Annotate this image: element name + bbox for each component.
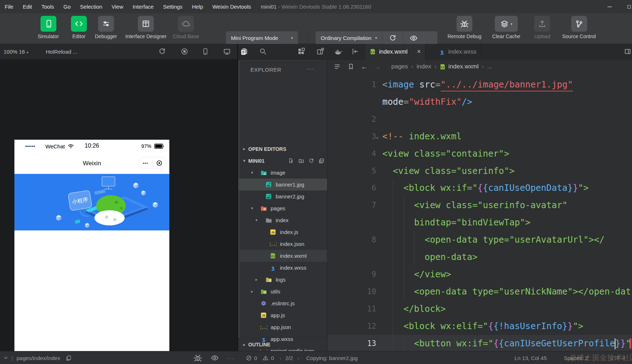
menu-selection[interactable]: Selection — [75, 4, 107, 10]
close-tab-icon[interactable]: × — [417, 48, 421, 55]
breadcrumb-item[interactable]: pages — [391, 63, 408, 70]
secondary-bar: 100% 16 ▾ HotReload ... index.wxml×ʒinde… — [0, 44, 632, 59]
copy-path-button[interactable] — [66, 351, 74, 364]
code-area[interactable]: 1<image src="../../image/banner1.jpg"mod… — [328, 74, 632, 351]
remote-debug-icon — [193, 353, 202, 363]
status-preview-button[interactable] — [210, 351, 221, 364]
code-line-wrap: bindtap="bindViewTap"> — [328, 214, 632, 231]
outline-section[interactable]: ▸ OUTLINE — [238, 338, 327, 351]
status-more-button[interactable]: ··· — [227, 351, 235, 364]
battery-percent: 97% — [141, 143, 151, 149]
menu-view[interactable]: View — [107, 4, 128, 10]
editor-button[interactable]: Editor — [71, 16, 87, 39]
minimize-button[interactable] — [602, 0, 617, 13]
tree-file-app.js[interactable]: JSapp.js — [238, 309, 327, 321]
menu-tools[interactable]: Tools — [37, 4, 59, 10]
code-line-3: 3⌄<!-- index.wxml — [328, 128, 632, 145]
compile-button[interactable] — [382, 31, 403, 45]
new-file-icon[interactable] — [288, 158, 294, 164]
status-remote-debug-button[interactable] — [193, 351, 205, 364]
tree-folder-pages[interactable]: ▾pages — [238, 202, 327, 214]
code-line-wrap: mode="widthFix"/> — [328, 93, 632, 111]
menu-go[interactable]: Go — [59, 4, 75, 10]
breadcrumb-more[interactable]: ... — [487, 63, 492, 70]
new-folder-icon[interactable] — [298, 158, 304, 164]
more-button[interactable]: ••• — [139, 161, 152, 165]
chevron-right-icon: ▸ — [255, 277, 258, 282]
tree-file-index.wxss[interactable]: ʒindex.wxss — [238, 262, 327, 274]
phone-icon[interactable] — [202, 48, 209, 55]
line-number: 10 — [351, 283, 376, 300]
current-page-path[interactable]: pages/index/index — [17, 351, 60, 364]
tree-folder-logs[interactable]: ▸logs — [238, 274, 327, 286]
tree-file-app.json[interactable]: {..}app.json — [238, 321, 327, 333]
tree-file-banner2.jpg[interactable]: banner2.jpg — [238, 190, 327, 202]
close-minimize-button[interactable] — [153, 160, 166, 166]
interface-designer-button[interactable]: Interface Designer — [125, 16, 166, 39]
tree-file-index.json[interactable]: {..}index.json — [238, 238, 327, 250]
explorer-more-icon[interactable]: ··· — [307, 66, 315, 72]
menu-edit[interactable]: Edit — [18, 4, 37, 10]
hotreload-select[interactable]: HotReload ... — [46, 44, 77, 59]
menu-help[interactable]: Help — [187, 4, 208, 10]
code-line-13: 13 <button wx:if="{{canIUseGetUserProfil… — [328, 335, 632, 351]
main-toolbar: SimulatorEditorDebuggerInterface Designe… — [0, 13, 632, 44]
window-title-rest: - Weixin Devtools Stable 1.06.2301160 — [278, 4, 371, 10]
menu-weixin-devtools[interactable]: Weixin Devtools — [208, 4, 255, 10]
cursor-position[interactable]: Ln 13, Col 45 — [515, 351, 547, 364]
rotate-icon[interactable] — [158, 48, 166, 55]
tab-index.wxml[interactable]: index.wxml× — [365, 44, 426, 59]
simulator-button[interactable]: Simulator — [37, 16, 59, 39]
fold-chevron-icon[interactable]: ⌄ — [375, 128, 379, 145]
pager-prev-button[interactable]: ‹ — [280, 351, 281, 364]
collapse-all-icon[interactable] — [319, 158, 324, 164]
collapse-sidebar-icon[interactable] — [351, 48, 359, 55]
menu-file[interactable]: File — [0, 4, 18, 10]
open-editors-section[interactable]: ▸ OPEN EDITORS — [238, 143, 327, 155]
source-control-button[interactable]: Source Control — [562, 16, 596, 39]
menu-interface[interactable]: Interface — [128, 4, 158, 10]
docker-icon[interactable] — [334, 48, 342, 55]
tree-file-index.wxml[interactable]: index.wxml — [238, 250, 327, 262]
files-icon[interactable] — [240, 48, 248, 55]
search-icon[interactable] — [259, 48, 267, 55]
line-number: 1 — [351, 76, 376, 93]
compilation-mode-select[interactable]: Ordinary Compilation — [316, 35, 375, 41]
tree-folder-index[interactable]: ▾index — [238, 214, 327, 226]
forward-arrow-icon[interactable]: → — [374, 63, 381, 71]
menu-settings[interactable]: Settings — [158, 4, 187, 10]
tree-file-.eslintrc.js[interactable]: .eslintrc.js — [238, 297, 327, 309]
outline-list-icon[interactable] — [334, 63, 341, 70]
refresh-icon[interactable] — [308, 158, 314, 164]
tree-file-banner1.jpg[interactable]: banner1.jpg — [238, 179, 327, 190]
debugger-button[interactable]: Debugger — [95, 16, 117, 39]
tree-folder-utils[interactable]: ▸utils — [238, 286, 327, 297]
status-bar: | pages/index/index ··· 0 0 ‹ 2/2 › Copy… — [0, 351, 632, 364]
warning-count[interactable]: 0 — [262, 351, 274, 364]
breadcrumb-item[interactable]: index — [417, 63, 431, 70]
tree-folder-image[interactable]: ▾image — [238, 167, 327, 179]
clear-cache-button[interactable]: ▾ Clear Cache — [492, 16, 520, 39]
maximize-button[interactable] — [626, 0, 632, 13]
error-count[interactable]: 0 — [246, 351, 257, 364]
display-icon[interactable] — [223, 48, 231, 55]
breadcrumb-current-file[interactable]: index.wxml — [448, 63, 479, 70]
layout-icon[interactable] — [316, 48, 324, 55]
preview-button[interactable] — [403, 31, 424, 45]
extensions-icon[interactable] — [297, 48, 305, 55]
file-image-icon — [266, 181, 272, 188]
svg-text:{..}: {..} — [270, 242, 277, 247]
upload-button[interactable]: Upload — [534, 16, 550, 39]
remote-debug-button[interactable]: Remote Debug — [448, 16, 481, 39]
bookmark-icon[interactable] — [348, 63, 354, 70]
panel-toggle-button[interactable] — [3, 351, 11, 364]
tab-index.wxss[interactable]: ʒindex.wxss — [435, 44, 481, 59]
stop-icon[interactable] — [181, 48, 188, 55]
pager-next-button[interactable]: › — [298, 351, 299, 364]
tree-file-index.js[interactable]: JSindex.js — [238, 226, 327, 238]
mini-program-mode-select[interactable]: Mini Program Mode ▾ — [226, 31, 298, 45]
split-editor-icon[interactable] — [624, 48, 631, 55]
phone-nav-bar: Weixin ••• — [14, 155, 169, 174]
back-arrow-icon[interactable]: ← — [361, 63, 368, 71]
zoom-level-select[interactable]: 100% 16 ▾ — [4, 44, 28, 59]
